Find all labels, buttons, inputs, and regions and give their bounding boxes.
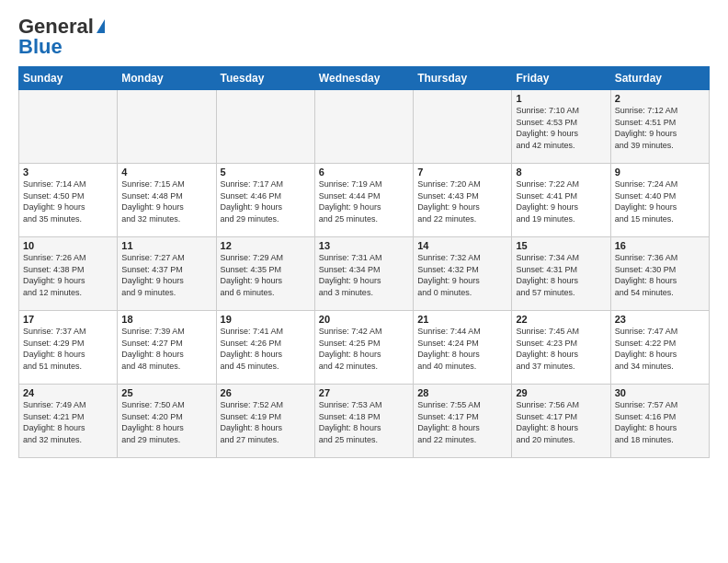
day-info: Sunrise: 7:17 AM Sunset: 4:46 PM Dayligh… [221,178,311,224]
day-cell: 14Sunrise: 7:32 AM Sunset: 4:32 PM Dayli… [414,237,512,311]
day-info: Sunrise: 7:37 AM Sunset: 4:29 PM Dayligh… [23,326,113,372]
day-info: Sunrise: 7:10 AM Sunset: 4:53 PM Dayligh… [516,105,606,151]
day-number: 6 [319,167,409,178]
day-cell: 12Sunrise: 7:29 AM Sunset: 4:35 PM Dayli… [216,237,314,311]
day-number: 11 [121,240,211,251]
day-number: 16 [615,240,705,251]
col-header-sunday: Sunday [19,67,118,90]
day-info: Sunrise: 7:36 AM Sunset: 4:30 PM Dayligh… [615,252,705,298]
col-header-monday: Monday [118,67,216,90]
day-cell: 10Sunrise: 7:26 AM Sunset: 4:38 PM Dayli… [19,237,118,311]
day-info: Sunrise: 7:27 AM Sunset: 4:37 PM Dayligh… [121,252,211,298]
day-number: 7 [417,167,507,178]
day-number: 19 [221,314,311,325]
day-cell: 26Sunrise: 7:52 AM Sunset: 4:19 PM Dayli… [216,385,314,458]
day-info: Sunrise: 7:19 AM Sunset: 4:44 PM Dayligh… [319,178,409,224]
day-cell: 30Sunrise: 7:57 AM Sunset: 4:16 PM Dayli… [610,385,709,458]
day-info: Sunrise: 7:39 AM Sunset: 4:27 PM Dayligh… [121,326,211,372]
day-number: 20 [319,314,409,325]
day-cell: 20Sunrise: 7:42 AM Sunset: 4:25 PM Dayli… [314,311,413,385]
day-info: Sunrise: 7:26 AM Sunset: 4:38 PM Dayligh… [23,252,113,298]
day-cell: 15Sunrise: 7:34 AM Sunset: 4:31 PM Dayli… [512,237,610,311]
day-number: 28 [417,387,507,398]
day-number: 12 [221,240,311,251]
day-info: Sunrise: 7:12 AM Sunset: 4:51 PM Dayligh… [615,105,705,151]
day-number: 18 [121,314,211,325]
day-number: 22 [516,314,606,325]
day-cell: 28Sunrise: 7:55 AM Sunset: 4:17 PM Dayli… [414,385,512,458]
day-number: 14 [417,240,507,251]
day-cell [19,90,118,164]
col-header-saturday: Saturday [610,67,709,90]
page: General Blue SundayMondayTuesdayWednesda… [0,0,728,563]
day-cell: 18Sunrise: 7:39 AM Sunset: 4:27 PM Dayli… [118,311,216,385]
day-cell [414,90,512,164]
day-cell: 4Sunrise: 7:15 AM Sunset: 4:48 PM Daylig… [118,164,216,237]
day-info: Sunrise: 7:56 AM Sunset: 4:17 PM Dayligh… [516,399,606,445]
week-row-4: 17Sunrise: 7:37 AM Sunset: 4:29 PM Dayli… [19,311,710,385]
header-row: SundayMondayTuesdayWednesdayThursdayFrid… [19,67,710,90]
day-number: 15 [516,240,606,251]
day-info: Sunrise: 7:52 AM Sunset: 4:19 PM Dayligh… [221,399,311,445]
day-cell: 7Sunrise: 7:20 AM Sunset: 4:43 PM Daylig… [414,164,512,237]
day-cell: 11Sunrise: 7:27 AM Sunset: 4:37 PM Dayli… [118,237,216,311]
day-info: Sunrise: 7:29 AM Sunset: 4:35 PM Dayligh… [221,252,311,298]
day-cell: 3Sunrise: 7:14 AM Sunset: 4:50 PM Daylig… [19,164,118,237]
day-number: 4 [121,167,211,178]
day-cell: 24Sunrise: 7:49 AM Sunset: 4:21 PM Dayli… [19,385,118,458]
header: General Blue [18,15,710,59]
col-header-friday: Friday [512,67,610,90]
day-cell: 9Sunrise: 7:24 AM Sunset: 4:40 PM Daylig… [610,164,709,237]
day-number: 25 [121,387,211,398]
logo-blue: Blue [18,35,63,59]
day-number: 9 [615,167,705,178]
day-info: Sunrise: 7:47 AM Sunset: 4:22 PM Dayligh… [615,326,705,372]
day-info: Sunrise: 7:49 AM Sunset: 4:21 PM Dayligh… [23,399,113,445]
day-info: Sunrise: 7:34 AM Sunset: 4:31 PM Dayligh… [516,252,606,298]
day-cell: 25Sunrise: 7:50 AM Sunset: 4:20 PM Dayli… [118,385,216,458]
col-header-tuesday: Tuesday [216,67,314,90]
day-info: Sunrise: 7:45 AM Sunset: 4:23 PM Dayligh… [516,326,606,372]
day-info: Sunrise: 7:24 AM Sunset: 4:40 PM Dayligh… [615,178,705,224]
day-info: Sunrise: 7:22 AM Sunset: 4:41 PM Dayligh… [516,178,606,224]
day-cell: 13Sunrise: 7:31 AM Sunset: 4:34 PM Dayli… [314,237,413,311]
day-number: 13 [319,240,409,251]
day-cell: 29Sunrise: 7:56 AM Sunset: 4:17 PM Dayli… [512,385,610,458]
logo-area: General Blue [18,15,105,59]
day-info: Sunrise: 7:55 AM Sunset: 4:17 PM Dayligh… [417,399,507,445]
day-number: 10 [23,240,113,251]
day-number: 1 [516,93,606,104]
day-number: 30 [615,387,705,398]
day-cell [118,90,216,164]
day-number: 5 [221,167,311,178]
day-cell: 2Sunrise: 7:12 AM Sunset: 4:51 PM Daylig… [610,90,709,164]
col-header-wednesday: Wednesday [314,67,413,90]
day-info: Sunrise: 7:15 AM Sunset: 4:48 PM Dayligh… [121,178,211,224]
logo-triangle-icon [97,19,105,33]
day-info: Sunrise: 7:31 AM Sunset: 4:34 PM Dayligh… [319,252,409,298]
day-info: Sunrise: 7:57 AM Sunset: 4:16 PM Dayligh… [615,399,705,445]
day-cell: 8Sunrise: 7:22 AM Sunset: 4:41 PM Daylig… [512,164,610,237]
day-number: 3 [23,167,113,178]
day-cell: 21Sunrise: 7:44 AM Sunset: 4:24 PM Dayli… [414,311,512,385]
day-info: Sunrise: 7:44 AM Sunset: 4:24 PM Dayligh… [417,326,507,372]
day-number: 2 [615,93,705,104]
day-cell: 16Sunrise: 7:36 AM Sunset: 4:30 PM Dayli… [610,237,709,311]
day-number: 27 [319,387,409,398]
week-row-2: 3Sunrise: 7:14 AM Sunset: 4:50 PM Daylig… [19,164,710,237]
day-cell: 23Sunrise: 7:47 AM Sunset: 4:22 PM Dayli… [610,311,709,385]
calendar-table: SundayMondayTuesdayWednesdayThursdayFrid… [18,66,710,458]
day-number: 8 [516,167,606,178]
week-row-3: 10Sunrise: 7:26 AM Sunset: 4:38 PM Dayli… [19,237,710,311]
day-cell: 22Sunrise: 7:45 AM Sunset: 4:23 PM Dayli… [512,311,610,385]
day-cell: 1Sunrise: 7:10 AM Sunset: 4:53 PM Daylig… [512,90,610,164]
day-number: 24 [23,387,113,398]
week-row-1: 1Sunrise: 7:10 AM Sunset: 4:53 PM Daylig… [19,90,710,164]
day-number: 29 [516,387,606,398]
day-cell: 5Sunrise: 7:17 AM Sunset: 4:46 PM Daylig… [216,164,314,237]
day-number: 23 [615,314,705,325]
day-info: Sunrise: 7:32 AM Sunset: 4:32 PM Dayligh… [417,252,507,298]
week-row-5: 24Sunrise: 7:49 AM Sunset: 4:21 PM Dayli… [19,385,710,458]
day-info: Sunrise: 7:20 AM Sunset: 4:43 PM Dayligh… [417,178,507,224]
day-cell [314,90,413,164]
